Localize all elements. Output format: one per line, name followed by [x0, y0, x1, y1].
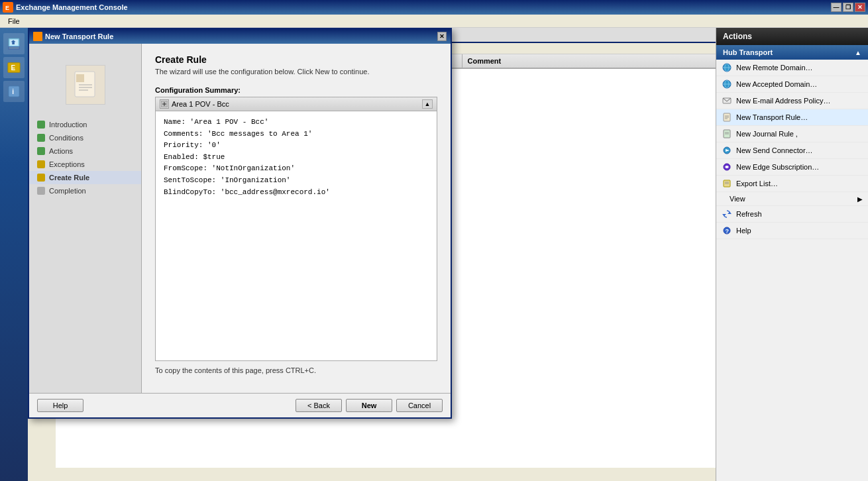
config-detail-6: BlindCopyTo: 'bcc_address@mxrecord.io' [164, 187, 429, 199]
action-label-new-transport-rule: New Transport Rule… [736, 113, 808, 121]
config-collapse-button[interactable]: ▲ [422, 99, 433, 109]
action-label-export-list: Export List… [736, 180, 778, 187]
minimize-button[interactable]: — [831, 3, 841, 12]
dialog-title-icon [33, 32, 42, 41]
config-box-title: Area 1 POV - Bcc [160, 99, 229, 109]
restore-button[interactable]: ❐ [843, 3, 853, 12]
config-detail-3: Enabled: $true [164, 152, 429, 164]
wizard-step-completion[interactable]: Completion [29, 184, 141, 197]
new-journal-rule-icon [722, 129, 732, 139]
config-summary-label: Configuration Summary: [155, 86, 437, 94]
new-button[interactable]: New [346, 399, 392, 412]
step-label-completion: Completion [49, 187, 86, 195]
view-submenu-arrow-icon: ▶ [857, 195, 863, 203]
actions-section-title: Hub Transport [723, 48, 773, 56]
step-indicator-actions [37, 147, 45, 155]
title-bar: E Exchange Management Console — ❐ ✕ [0, 0, 868, 15]
config-detail-5: SentToScope: 'InOrganization' [164, 175, 429, 187]
step-indicator-create-rule [37, 174, 45, 182]
back-button[interactable]: < Back [296, 399, 342, 412]
step-indicator-exceptions [37, 160, 45, 168]
actions-section-arrow-icon: ▲ [855, 49, 861, 56]
dialog-footer: Help < Back New Cancel [29, 393, 451, 417]
dialog-title-bar: New Transport Rule ✕ [29, 29, 451, 44]
config-detail-0: Name: 'Area 1 POV - Bcc' [164, 117, 429, 129]
action-new-accepted-domain[interactable]: New Accepted Domain… [716, 76, 868, 93]
actions-panel: Actions Hub Transport ▲ New Remote Domai… [716, 28, 868, 481]
copy-hint: To copy the contents of this page, press… [155, 366, 437, 374]
svg-marker-37 [728, 212, 732, 214]
wizard-step-actions[interactable]: Actions [29, 144, 141, 158]
wizard-step-conditions[interactable]: Conditions [29, 131, 141, 144]
actions-section-header[interactable]: Hub Transport ▲ [716, 45, 868, 60]
help-icon: ? [722, 225, 732, 236]
wizard-logo [66, 65, 105, 105]
export-list-icon [722, 178, 732, 189]
action-new-transport-rule[interactable]: New Transport Rule… [716, 109, 868, 126]
config-box-header: Area 1 POV - Bcc ▲ [156, 97, 437, 111]
wizard-content: Create Rule The wizard will use the conf… [142, 44, 451, 393]
close-button[interactable]: ✕ [855, 3, 865, 12]
config-detail-2: Priority: '0' [164, 140, 429, 152]
main-layout: E i rs ains Edge Subscriptions E-mail Ad… [0, 28, 868, 481]
app-icon: E [3, 2, 13, 13]
svg-text:i: i [12, 88, 14, 95]
action-label-help: Help [736, 227, 751, 235]
wizard-step-create-rule[interactable]: Create Rule [29, 171, 141, 184]
sidebar-icon-info[interactable]: i [3, 81, 25, 102]
action-new-send-connector[interactable]: New Send Connector… [716, 142, 868, 159]
action-new-journal-rule[interactable]: New Journal Rule , [716, 126, 868, 142]
action-label-new-accepted-domain: New Accepted Domain… [736, 80, 817, 88]
config-item-icon [160, 99, 169, 109]
config-box-content: Name: 'Area 1 POV - Bcc' Comments: 'Bcc … [156, 111, 437, 203]
step-indicator-completion [37, 187, 45, 195]
new-transport-rule-icon [722, 112, 732, 123]
wizard-page-title: Create Rule [155, 54, 437, 65]
action-label-new-edge-subscription: New Edge Subscription… [736, 163, 819, 171]
action-new-email-policy[interactable]: New E-mail Address Policy… [716, 93, 868, 109]
window-title: Exchange Management Console [16, 3, 831, 11]
sidebar-icon-nav[interactable] [3, 33, 25, 54]
wizard-page-subtitle: The wizard will use the configuration be… [155, 68, 437, 76]
help-button[interactable]: Help [37, 399, 83, 412]
refresh-icon [722, 209, 732, 219]
step-label-exceptions: Exceptions [49, 160, 85, 168]
action-help[interactable]: ? Help [716, 223, 868, 239]
action-label-refresh: Refresh [736, 210, 762, 218]
action-new-edge-subscription[interactable]: New Edge Subscription… [716, 159, 868, 176]
step-label-conditions: Conditions [49, 134, 83, 142]
wizard-steps: Introduction Conditions Actions Exceptio… [29, 44, 142, 393]
step-label-create-rule: Create Rule [49, 174, 89, 182]
config-detail-1: Comments: 'Bcc messages to Area 1' [164, 129, 429, 140]
step-label-actions: Actions [49, 147, 73, 155]
sidebar-icon-tools[interactable]: E [3, 57, 25, 78]
action-view[interactable]: View ▶ [716, 192, 868, 206]
action-label-new-remote-domain: New Remote Domain… [736, 64, 813, 72]
config-detail-4: FromScope: 'NotInOrganization' [164, 163, 429, 175]
svg-text:E: E [11, 64, 15, 72]
wizard-step-exceptions[interactable]: Exceptions [29, 158, 141, 171]
config-summary-box: Area 1 POV - Bcc ▲ Name: 'Area 1 POV - B… [155, 97, 437, 361]
action-export-list[interactable]: Export List… [716, 176, 868, 192]
action-label-new-send-connector: New Send Connector… [736, 146, 813, 154]
action-refresh[interactable]: Refresh [716, 206, 868, 223]
footer-buttons: < Back New Cancel [296, 399, 443, 412]
window-controls: — ❐ ✕ [831, 3, 865, 12]
menu-file[interactable]: File [3, 16, 25, 27]
dialog-title-text: New Transport Rule [45, 32, 437, 40]
step-indicator-conditions [37, 134, 45, 142]
new-email-policy-icon [722, 95, 732, 106]
actions-panel-header: Actions [716, 28, 868, 45]
action-label-new-email-policy: New E-mail Address Policy… [736, 97, 830, 105]
dialog-body: Introduction Conditions Actions Exceptio… [29, 44, 451, 393]
dialog-close-icon[interactable]: ✕ [437, 32, 447, 41]
action-new-remote-domain[interactable]: New Remote Domain… [716, 60, 868, 76]
menu-bar: File [0, 15, 868, 28]
new-remote-domain-icon [722, 62, 732, 73]
cancel-button[interactable]: Cancel [396, 399, 443, 412]
wizard-step-introduction[interactable]: Introduction [29, 118, 141, 131]
action-label-new-journal-rule: New Journal Rule , [736, 130, 798, 138]
new-send-connector-icon [722, 145, 732, 156]
left-sidebar: E i [0, 28, 28, 481]
help-button-area: Help [37, 399, 83, 412]
